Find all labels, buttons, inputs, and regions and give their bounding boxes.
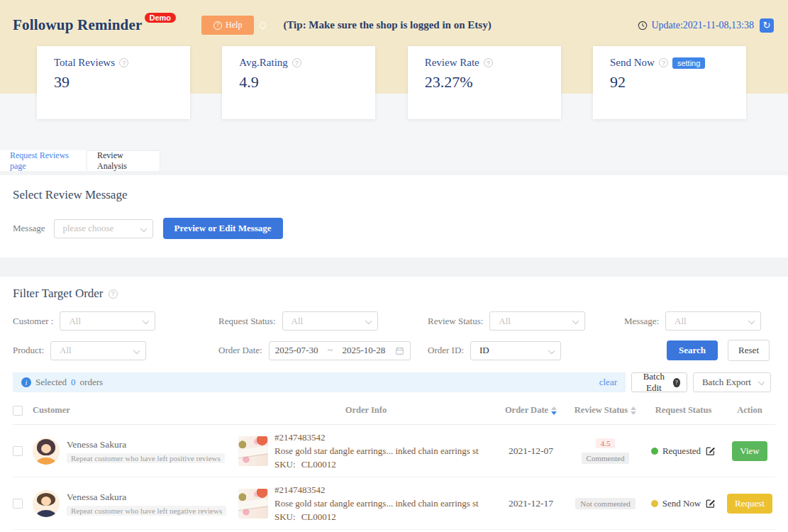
divider — [0, 257, 788, 277]
column-request-status: Request Status — [643, 405, 724, 416]
page-title: Followup Reminder — [13, 16, 143, 34]
request-status-select[interactable]: All — [282, 311, 378, 331]
stat-label: Send Now — [610, 57, 655, 69]
message-filter-select-value: All — [675, 316, 687, 327]
filter-target-order-section: Filter Target Order ? Customer : All Req… — [0, 277, 788, 532]
selection-bar: i Selected 0 orders clear — [13, 372, 626, 392]
tab-review-analysis[interactable]: Review Analysis — [87, 150, 160, 171]
setting-button[interactable]: setting — [672, 57, 705, 69]
message-filter-select[interactable]: All — [665, 311, 761, 331]
request-status-label: Send Now — [662, 498, 701, 509]
question-circle-icon[interactable]: ? — [109, 289, 118, 299]
search-button[interactable]: Search — [667, 340, 718, 360]
row-checkbox[interactable] — [13, 499, 23, 509]
question-circle-icon[interactable]: ? — [119, 58, 128, 67]
reset-button[interactable]: Reset — [728, 340, 770, 361]
section-heading: Select Review Message — [13, 188, 775, 202]
stat-label: Review Rate — [425, 57, 479, 69]
sort-asc-icon[interactable] — [551, 406, 557, 410]
order-id-select-value: ID — [479, 345, 489, 356]
review-status-select[interactable]: All — [489, 311, 585, 331]
order-date-range-picker[interactable]: 2025-07-30 ~ 2025-10-28 — [269, 341, 411, 360]
stat-label: Avg.Rating — [239, 57, 287, 69]
question-circle-icon[interactable]: ? — [659, 58, 668, 67]
batch-export-select[interactable]: Batch Export — [693, 372, 771, 392]
product-select[interactable]: All — [50, 341, 146, 360]
product-image — [238, 489, 268, 519]
customer-select[interactable]: All — [60, 311, 155, 331]
batch-export-label: Batch Export — [702, 377, 751, 388]
demo-badge: Demo — [145, 13, 177, 23]
followup-reminder-app: Followup Reminder Demo ? Help (Tip: Make… — [0, 0, 788, 532]
stat-card-send-now: Send Now ? setting 92 — [593, 46, 746, 119]
orders-label: orders — [80, 377, 104, 388]
order-title: Rose gold star dangle earrings... inked … — [274, 445, 479, 457]
tab-bar: Request Reviews page Review Analysis — [0, 150, 788, 171]
message-select[interactable]: please choose — [54, 219, 153, 238]
edit-icon[interactable] — [705, 498, 716, 509]
help-button[interactable]: ? Help — [201, 16, 254, 35]
customer-tag: Repeat customer who have left negative r… — [67, 506, 226, 516]
row-checkbox[interactable] — [13, 446, 23, 456]
question-circle-icon: ? — [213, 21, 222, 30]
chevron-down-icon — [140, 225, 146, 231]
review-status-badge: Not commented — [575, 498, 636, 509]
sort-asc-icon[interactable] — [631, 406, 636, 410]
customer-tag: Repeat customer who have left positive r… — [67, 453, 225, 463]
selected-label: Selected — [35, 377, 67, 388]
review-status-badge: Commented — [582, 453, 630, 464]
update-timestamp: Update:2021-11-08,13:38 — [651, 20, 754, 31]
view-button[interactable]: View — [732, 441, 767, 461]
column-label: Review Status — [575, 405, 628, 416]
column-review-status[interactable]: Review Status — [568, 405, 643, 416]
table-row: Venessa Sakura Repeat customer who have … — [13, 477, 775, 530]
chevron-down-icon — [548, 347, 555, 353]
preview-edit-message-button[interactable]: Preview or Edit Message — [163, 218, 283, 239]
sort-desc-icon[interactable] — [551, 411, 557, 415]
order-id: #2147483542 — [274, 484, 479, 496]
date-separator: ~ — [328, 345, 333, 356]
chevron-down-icon — [143, 318, 149, 324]
order-date: 2021-12-07 — [494, 445, 568, 457]
clear-selection-link[interactable]: clear — [599, 377, 617, 388]
request-button[interactable]: Request — [727, 494, 772, 514]
product-select-value: All — [60, 345, 72, 356]
order-date-start: 2025-07-30 — [275, 345, 318, 356]
customer-filter-label: Customer : — [13, 316, 53, 327]
column-label: Order Date — [505, 405, 548, 416]
selected-count: 0 — [71, 377, 76, 388]
column-order-info: Order Info — [238, 405, 494, 416]
column-order-date[interactable]: Order Date — [494, 405, 568, 416]
message-select-value: please choose — [63, 223, 114, 234]
edit-icon[interactable] — [705, 445, 716, 456]
chevron-down-icon — [748, 318, 755, 324]
batch-edit-button[interactable]: Batch Edit ? — [631, 372, 687, 392]
sku-label: SKU: — [274, 459, 296, 470]
order-id-select[interactable]: ID — [470, 341, 561, 360]
sort-desc-icon[interactable] — [631, 411, 636, 415]
sku-value: CL00012 — [301, 459, 336, 470]
sku-label: SKU: — [274, 511, 296, 523]
message-filter-label: Message: — [624, 316, 659, 327]
product-filter-label: Product: — [13, 345, 44, 356]
stat-cards: Total Reviews ? 39 Avg.Rating ? 4.9 Revi… — [37, 46, 746, 119]
question-circle-icon[interactable]: ? — [484, 58, 493, 67]
stat-card-avg-rating: Avg.Rating ? 4.9 — [222, 46, 375, 119]
stat-card-review-rate: Review Rate ? 23.27% — [408, 46, 561, 119]
order-date-end: 2025-10-28 — [343, 345, 386, 356]
tip-text: (Tip: Make sure the shop is logged in on… — [283, 19, 491, 31]
tab-request-reviews-page[interactable]: Request Reviews page — [0, 150, 87, 171]
selection-toolbar: i Selected 0 orders clear Batch Edit ? B… — [0, 372, 788, 392]
select-all-checkbox[interactable] — [13, 406, 23, 416]
request-status-filter-label: Request Status: — [218, 316, 276, 327]
refresh-button[interactable]: ↻ — [760, 18, 774, 33]
request-status-select-value: All — [292, 316, 304, 327]
stat-value: 39 — [54, 73, 190, 92]
select-review-message-section: Select Review Message Message please cho… — [0, 175, 788, 257]
stat-value: 4.9 — [239, 73, 375, 92]
refresh-icon: ↻ — [763, 19, 771, 32]
batch-edit-label: Batch Edit — [638, 371, 670, 394]
column-action: Action — [724, 405, 775, 416]
chevron-down-icon — [365, 318, 371, 324]
question-circle-icon[interactable]: ? — [292, 58, 301, 67]
